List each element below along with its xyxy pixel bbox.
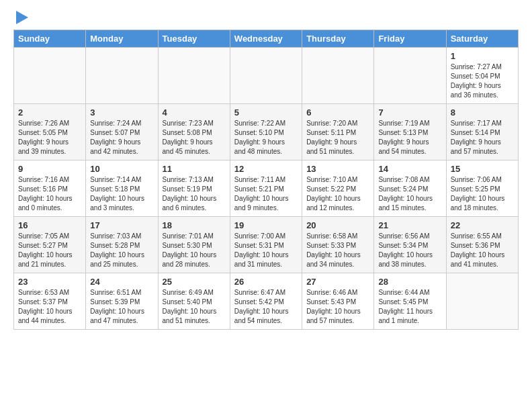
calendar-header-thursday: Thursday — [302, 30, 374, 48]
calendar-week-3: 9Sunrise: 7:16 AM Sunset: 5:16 PM Daylig… — [14, 161, 519, 217]
page-container: SundayMondayTuesdayWednesdayThursdayFrid… — [0, 0, 532, 340]
calendar-cell: 20Sunrise: 6:58 AM Sunset: 5:33 PM Dayli… — [302, 217, 374, 273]
day-info: Sunrise: 7:26 AM Sunset: 5:05 PM Dayligh… — [18, 119, 81, 156]
day-info: Sunrise: 7:08 AM Sunset: 5:24 PM Dayligh… — [378, 175, 441, 213]
day-info: Sunrise: 7:17 AM Sunset: 5:14 PM Dayligh… — [451, 119, 514, 156]
calendar-week-2: 2Sunrise: 7:26 AM Sunset: 5:05 PM Daylig… — [14, 104, 519, 161]
day-number: 19 — [234, 220, 298, 230]
day-number: 20 — [306, 220, 369, 230]
day-number: 22 — [451, 220, 514, 230]
day-info: Sunrise: 7:05 AM Sunset: 5:27 PM Dayligh… — [18, 232, 81, 269]
day-info: Sunrise: 6:44 AM Sunset: 5:45 PM Dayligh… — [378, 288, 441, 326]
day-number: 24 — [90, 277, 153, 287]
calendar-cell: 16Sunrise: 7:05 AM Sunset: 5:27 PM Dayli… — [14, 217, 86, 273]
logo — [13, 11, 28, 24]
calendar-header-monday: Monday — [86, 30, 158, 48]
day-info: Sunrise: 7:24 AM Sunset: 5:07 PM Dayligh… — [90, 119, 153, 156]
day-number: 14 — [378, 164, 441, 174]
day-number: 15 — [451, 164, 514, 174]
day-number: 7 — [378, 107, 441, 118]
calendar-cell: 28Sunrise: 6:44 AM Sunset: 5:45 PM Dayli… — [374, 273, 446, 330]
calendar-header-sunday: Sunday — [14, 30, 86, 48]
calendar-cell: 6Sunrise: 7:20 AM Sunset: 5:11 PM Daylig… — [302, 104, 374, 161]
day-number: 2 — [18, 107, 81, 118]
calendar-cell: 13Sunrise: 7:10 AM Sunset: 5:22 PM Dayli… — [302, 161, 374, 217]
calendar-cell: 9Sunrise: 7:16 AM Sunset: 5:16 PM Daylig… — [14, 161, 86, 217]
calendar-cell: 14Sunrise: 7:08 AM Sunset: 5:24 PM Dayli… — [374, 161, 446, 217]
day-info: Sunrise: 7:06 AM Sunset: 5:25 PM Dayligh… — [451, 175, 514, 213]
day-number: 23 — [18, 277, 81, 287]
calendar-cell — [446, 273, 518, 330]
day-number: 25 — [163, 277, 226, 287]
day-number: 21 — [378, 220, 441, 230]
calendar-cell: 19Sunrise: 7:00 AM Sunset: 5:31 PM Dayli… — [230, 217, 302, 273]
calendar-cell — [86, 48, 158, 104]
day-number: 3 — [90, 107, 153, 118]
calendar-cell: 5Sunrise: 7:22 AM Sunset: 5:10 PM Daylig… — [230, 104, 302, 161]
day-info: Sunrise: 7:22 AM Sunset: 5:10 PM Dayligh… — [234, 119, 298, 156]
day-info: Sunrise: 7:00 AM Sunset: 5:31 PM Dayligh… — [234, 232, 298, 269]
calendar-cell: 7Sunrise: 7:19 AM Sunset: 5:13 PM Daylig… — [374, 104, 446, 161]
calendar-cell — [14, 48, 86, 104]
day-info: Sunrise: 6:47 AM Sunset: 5:42 PM Dayligh… — [234, 288, 298, 326]
day-info: Sunrise: 7:11 AM Sunset: 5:21 PM Dayligh… — [234, 175, 298, 213]
day-number: 28 — [378, 277, 441, 287]
calendar-cell: 27Sunrise: 6:46 AM Sunset: 5:43 PM Dayli… — [302, 273, 374, 330]
day-info: Sunrise: 6:58 AM Sunset: 5:33 PM Dayligh… — [306, 232, 369, 269]
day-info: Sunrise: 7:03 AM Sunset: 5:28 PM Dayligh… — [90, 232, 153, 269]
calendar-week-5: 23Sunrise: 6:53 AM Sunset: 5:37 PM Dayli… — [14, 273, 519, 330]
calendar-cell: 1Sunrise: 7:27 AM Sunset: 5:04 PM Daylig… — [446, 48, 518, 104]
day-info: Sunrise: 6:53 AM Sunset: 5:37 PM Dayligh… — [18, 288, 81, 326]
day-number: 16 — [18, 220, 81, 230]
calendar-cell: 3Sunrise: 7:24 AM Sunset: 5:07 PM Daylig… — [86, 104, 158, 161]
header — [13, 11, 519, 24]
day-info: Sunrise: 7:01 AM Sunset: 5:30 PM Dayligh… — [163, 232, 226, 269]
day-info: Sunrise: 7:13 AM Sunset: 5:19 PM Dayligh… — [163, 175, 226, 213]
day-number: 11 — [163, 164, 226, 174]
day-number: 26 — [234, 277, 298, 287]
day-number: 4 — [163, 107, 226, 118]
day-number: 13 — [306, 164, 369, 174]
calendar-cell: 23Sunrise: 6:53 AM Sunset: 5:37 PM Dayli… — [14, 273, 86, 330]
calendar-cell: 4Sunrise: 7:23 AM Sunset: 5:08 PM Daylig… — [158, 104, 230, 161]
day-info: Sunrise: 7:10 AM Sunset: 5:22 PM Dayligh… — [306, 175, 369, 213]
calendar-cell: 24Sunrise: 6:51 AM Sunset: 5:39 PM Dayli… — [86, 273, 158, 330]
day-number: 6 — [306, 107, 369, 118]
day-number: 27 — [306, 277, 369, 287]
day-info: Sunrise: 6:55 AM Sunset: 5:36 PM Dayligh… — [451, 232, 514, 269]
calendar-table: SundayMondayTuesdayWednesdayThursdayFrid… — [13, 30, 519, 330]
calendar-cell — [158, 48, 230, 104]
calendar-cell: 25Sunrise: 6:49 AM Sunset: 5:40 PM Dayli… — [158, 273, 230, 330]
day-info: Sunrise: 7:16 AM Sunset: 5:16 PM Dayligh… — [18, 175, 81, 213]
calendar-cell: 26Sunrise: 6:47 AM Sunset: 5:42 PM Dayli… — [230, 273, 302, 330]
calendar-cell: 21Sunrise: 6:56 AM Sunset: 5:34 PM Dayli… — [374, 217, 446, 273]
day-number: 17 — [90, 220, 153, 230]
day-info: Sunrise: 6:56 AM Sunset: 5:34 PM Dayligh… — [378, 232, 441, 269]
calendar-cell: 12Sunrise: 7:11 AM Sunset: 5:21 PM Dayli… — [230, 161, 302, 217]
day-info: Sunrise: 7:19 AM Sunset: 5:13 PM Dayligh… — [378, 119, 441, 156]
day-number: 8 — [451, 107, 514, 118]
calendar-cell: 10Sunrise: 7:14 AM Sunset: 5:18 PM Dayli… — [86, 161, 158, 217]
calendar-cell: 22Sunrise: 6:55 AM Sunset: 5:36 PM Dayli… — [446, 217, 518, 273]
calendar-header-row: SundayMondayTuesdayWednesdayThursdayFrid… — [14, 30, 519, 48]
day-number: 10 — [90, 164, 153, 174]
day-number: 1 — [451, 51, 514, 61]
calendar-header-wednesday: Wednesday — [230, 30, 302, 48]
calendar-week-1: 1Sunrise: 7:27 AM Sunset: 5:04 PM Daylig… — [14, 48, 519, 104]
logo-text — [13, 11, 28, 24]
calendar-cell — [374, 48, 446, 104]
calendar-header-friday: Friday — [374, 30, 446, 48]
calendar-header-saturday: Saturday — [446, 30, 518, 48]
calendar-cell: 8Sunrise: 7:17 AM Sunset: 5:14 PM Daylig… — [446, 104, 518, 161]
calendar-cell: 11Sunrise: 7:13 AM Sunset: 5:19 PM Dayli… — [158, 161, 230, 217]
day-number: 12 — [234, 164, 298, 174]
day-info: Sunrise: 7:23 AM Sunset: 5:08 PM Dayligh… — [163, 119, 226, 156]
day-info: Sunrise: 7:20 AM Sunset: 5:11 PM Dayligh… — [306, 119, 369, 156]
calendar-cell: 2Sunrise: 7:26 AM Sunset: 5:05 PM Daylig… — [14, 104, 86, 161]
day-info: Sunrise: 7:14 AM Sunset: 5:18 PM Dayligh… — [90, 175, 153, 213]
calendar-week-4: 16Sunrise: 7:05 AM Sunset: 5:27 PM Dayli… — [14, 217, 519, 273]
day-number: 18 — [163, 220, 226, 230]
calendar-cell — [302, 48, 374, 104]
calendar-cell: 15Sunrise: 7:06 AM Sunset: 5:25 PM Dayli… — [446, 161, 518, 217]
day-number: 5 — [234, 107, 298, 118]
